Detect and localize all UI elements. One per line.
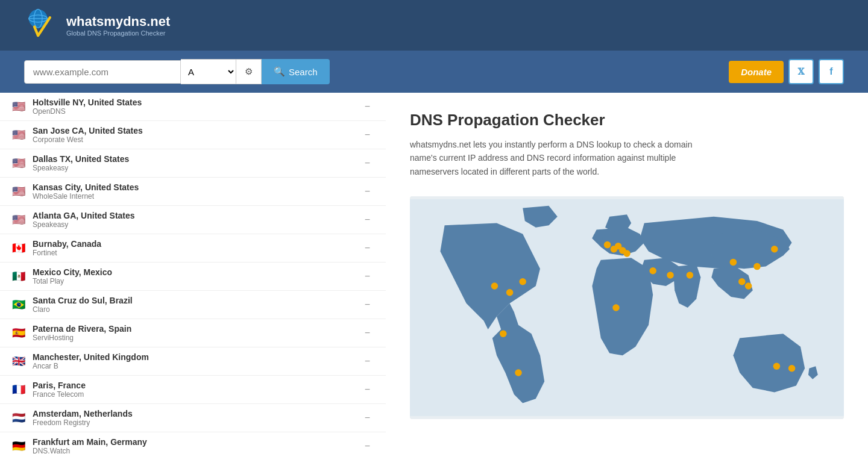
server-city: Kansas City, United States: [33, 182, 139, 192]
remove-server-button[interactable]: −: [361, 157, 374, 170]
server-provider: DNS.Watch: [33, 447, 147, 454]
svg-point-18: [730, 259, 737, 266]
server-list-item: 🇺🇸 Dallas TX, United States Speakeasy −: [0, 149, 386, 178]
donate-button[interactable]: Donate: [729, 61, 784, 83]
remove-server-button[interactable]: −: [361, 128, 374, 141]
server-list-item: 🇺🇸 Kansas City, United States WholeSale …: [0, 178, 386, 206]
remove-server-button[interactable]: −: [361, 100, 374, 113]
main-content: 🇺🇸 Holtsville NY, United States OpenDNS …: [0, 93, 868, 454]
facebook-icon: f: [829, 66, 832, 77]
svg-point-17: [687, 272, 694, 279]
page-description: whatsmydns.net lets you instantly perfor…: [410, 138, 711, 178]
server-info: Paris, France France Telecom: [33, 381, 86, 399]
remove-server-button[interactable]: −: [361, 270, 374, 283]
server-provider: WholeSale Internet: [33, 192, 139, 201]
server-item-left: 🇧🇷 Santa Cruz do Sul, Brazil Claro: [12, 296, 133, 314]
country-flag: 🇨🇦: [12, 241, 27, 255]
svg-point-13: [611, 246, 618, 253]
server-city: Atlanta GA, United States: [33, 211, 135, 220]
svg-point-8: [500, 331, 507, 338]
server-item-left: 🇩🇪 Frankfurt am Main, Germany DNS.Watch: [12, 437, 147, 454]
server-provider: Speakeasy: [33, 164, 129, 172]
remove-server-button[interactable]: −: [361, 355, 374, 368]
svg-point-22: [771, 246, 778, 253]
svg-point-24: [788, 365, 796, 372]
server-list-item: 🇪🇸 Paterna de Rivera, Spain ServiHosting…: [0, 319, 386, 347]
remove-server-button[interactable]: −: [361, 241, 374, 255]
search-bar-right: Donate 𝕏 f: [729, 59, 844, 84]
server-item-left: 🇨🇦 Burnaby, Canada Fortinet: [12, 239, 101, 257]
server-info: Manchester, United Kingdom Ancar B: [33, 352, 149, 370]
server-info: Burnaby, Canada Fortinet: [33, 239, 101, 257]
server-city: Holtsville NY, United States: [33, 98, 142, 107]
search-input[interactable]: [24, 60, 181, 84]
server-item-left: 🇫🇷 Paris, France France Telecom: [12, 381, 86, 399]
page-title: DNS Propagation Checker: [410, 111, 844, 129]
server-provider: OpenDNS: [33, 107, 142, 116]
server-info: Kansas City, United States WholeSale Int…: [33, 182, 139, 201]
server-list: 🇺🇸 Holtsville NY, United States OpenDNS …: [0, 93, 386, 454]
server-city: Mexico City, Mexico: [33, 267, 112, 277]
dns-type-select[interactable]: A AAAA CNAME MX NS TXT SOA: [181, 59, 236, 84]
server-provider: Corporate West: [33, 135, 143, 144]
country-flag: 🇺🇸: [12, 100, 27, 113]
server-list-item: 🇺🇸 Atlanta GA, United States Speakeasy −: [0, 206, 386, 234]
country-flag: 🇺🇸: [12, 128, 27, 141]
country-flag: 🇬🇧: [12, 355, 27, 368]
server-list-item: 🇳🇱 Amsterdam, Netherlands Freedom Regist…: [0, 404, 386, 432]
svg-point-14: [623, 250, 631, 257]
remove-server-button[interactable]: −: [361, 298, 374, 311]
server-info: Frankfurt am Main, Germany DNS.Watch: [33, 437, 147, 454]
header: whatsmydns.net Global DNS Propagation Ch…: [0, 0, 868, 51]
svg-point-6: [506, 289, 514, 296]
server-item-left: 🇲🇽 Mexico City, Mexico Total Play: [12, 267, 112, 285]
server-list-item: 🇧🇷 Santa Cruz do Sul, Brazil Claro −: [0, 291, 386, 319]
logo-text: whatsmydns.net Global DNS Propagation Ch…: [66, 14, 170, 37]
server-list-item: 🇲🇽 Mexico City, Mexico Total Play −: [0, 263, 386, 291]
server-item-left: 🇺🇸 Atlanta GA, United States Speakeasy: [12, 211, 135, 229]
twitter-button[interactable]: 𝕏: [788, 59, 814, 84]
server-provider: Speakeasy: [33, 220, 135, 229]
country-flag: 🇳🇱: [12, 411, 27, 424]
server-info: Santa Cruz do Sul, Brazil Claro: [33, 296, 133, 314]
search-bar: A AAAA CNAME MX NS TXT SOA ⚙ 🔍 Search Do…: [0, 51, 868, 93]
server-list-item: 🇺🇸 Holtsville NY, United States OpenDNS …: [0, 93, 386, 121]
remove-server-button[interactable]: −: [361, 185, 374, 198]
svg-point-5: [491, 282, 498, 290]
server-info: Dallas TX, United States Speakeasy: [33, 154, 129, 172]
country-flag: 🇲🇽: [12, 270, 27, 283]
search-button[interactable]: 🔍 Search: [262, 59, 330, 84]
gear-icon: ⚙: [245, 66, 253, 77]
twitter-icon: 𝕏: [798, 67, 805, 77]
server-info: Paterna de Rivera, Spain ServiHosting: [33, 324, 131, 342]
facebook-button[interactable]: f: [819, 59, 844, 84]
server-list-item: 🇩🇪 Frankfurt am Main, Germany DNS.Watch …: [0, 432, 386, 454]
server-item-left: 🇪🇸 Paterna de Rivera, Spain ServiHosting: [12, 324, 131, 342]
settings-button[interactable]: ⚙: [236, 59, 262, 84]
country-flag: 🇫🇷: [12, 383, 27, 396]
server-item-left: 🇬🇧 Manchester, United Kingdom Ancar B: [12, 352, 149, 370]
svg-point-25: [612, 304, 620, 311]
right-panel: DNS Propagation Checker whatsmydns.net l…: [386, 93, 868, 454]
server-provider: Total Play: [33, 277, 112, 285]
server-list-item: 🇬🇧 Manchester, United Kingdom Ancar B −: [0, 347, 386, 376]
remove-server-button[interactable]: −: [361, 440, 374, 453]
logo-icon: [24, 7, 60, 43]
remove-server-button[interactable]: −: [361, 326, 374, 340]
server-provider: Fortinet: [33, 249, 101, 257]
remove-server-button[interactable]: −: [361, 411, 374, 424]
server-info: Amsterdam, Netherlands Freedom Registry: [33, 409, 133, 427]
server-city: Manchester, United Kingdom: [33, 352, 149, 362]
server-list-item: 🇫🇷 Paris, France France Telecom −: [0, 376, 386, 404]
server-info: Atlanta GA, United States Speakeasy: [33, 211, 135, 229]
remove-server-button[interactable]: −: [361, 383, 374, 396]
remove-server-button[interactable]: −: [361, 213, 374, 226]
server-city: Burnaby, Canada: [33, 239, 101, 249]
server-city: Santa Cruz do Sul, Brazil: [33, 296, 133, 305]
server-info: Mexico City, Mexico Total Play: [33, 267, 112, 285]
svg-point-23: [773, 363, 781, 370]
world-map: [410, 196, 844, 419]
server-item-left: 🇺🇸 Kansas City, United States WholeSale …: [12, 182, 139, 201]
server-city: Paterna de Rivera, Spain: [33, 324, 131, 334]
country-flag: 🇺🇸: [12, 185, 27, 198]
